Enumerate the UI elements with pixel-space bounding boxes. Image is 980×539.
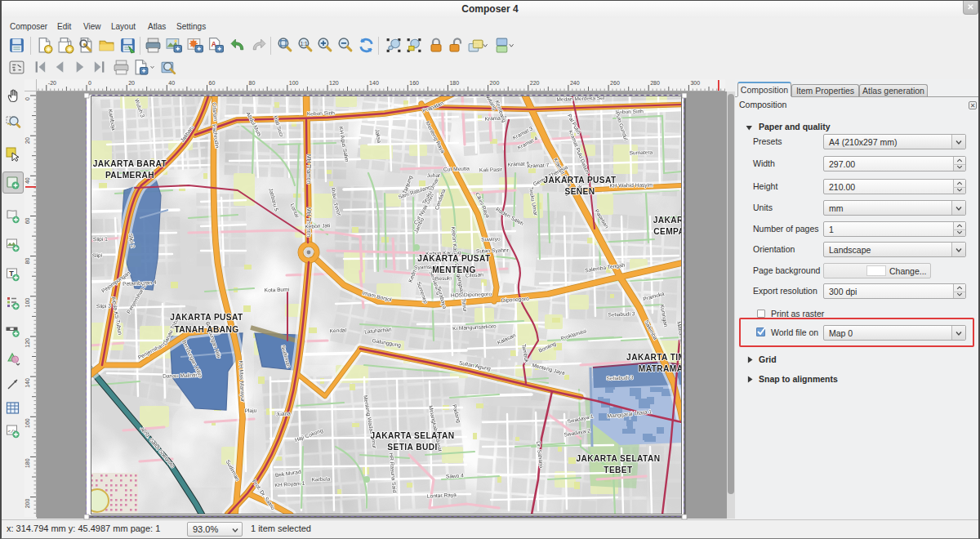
svg-text:0: 0 bbox=[24, 97, 30, 100]
svg-text:TEBET: TEBET bbox=[604, 466, 633, 474]
svg-text:JAKARTA: JAKARTA bbox=[653, 216, 682, 225]
svg-text:140: 140 bbox=[369, 80, 379, 86]
svg-text:120: 120 bbox=[24, 338, 30, 348]
svg-text:300: 300 bbox=[690, 80, 700, 86]
svg-text:160: 160 bbox=[24, 418, 30, 428]
svg-text:JAKARTA PUSAT: JAKARTA PUSAT bbox=[417, 254, 491, 263]
svg-text:60: 60 bbox=[24, 217, 30, 224]
svg-text:MH Thamrin: MH Thamrin bbox=[306, 154, 312, 184]
svg-text:280: 280 bbox=[650, 80, 660, 86]
svg-text:Setiabudi 3: Setiabudi 3 bbox=[606, 374, 634, 381]
svg-text:20: 20 bbox=[128, 80, 135, 86]
svg-text:Kendal: Kendal bbox=[329, 327, 346, 333]
svg-text:Juana: Juana bbox=[276, 411, 292, 417]
svg-text:JAKARTA SELATAN: JAKARTA SELATAN bbox=[577, 454, 661, 463]
svg-text:SENEN: SENEN bbox=[564, 187, 595, 196]
svg-text:180: 180 bbox=[449, 80, 459, 86]
svg-text:40: 40 bbox=[24, 177, 30, 184]
svg-text:JAKARTA PUSAT: JAKARTA PUSAT bbox=[543, 176, 617, 185]
svg-text:160: 160 bbox=[409, 80, 419, 86]
svg-text:JAKARTA BARAT: JAKARTA BARAT bbox=[93, 159, 167, 168]
svg-text:80: 80 bbox=[24, 258, 30, 265]
svg-text:MENTENG: MENTENG bbox=[432, 265, 476, 274]
svg-text:-20: -20 bbox=[48, 80, 56, 86]
svg-text:CEMPAKA: CEMPAKA bbox=[653, 227, 682, 236]
svg-text:MH Thamrin: MH Thamrin bbox=[306, 207, 312, 237]
svg-text:Kramat 7: Kramat 7 bbox=[527, 162, 549, 168]
svg-text:200: 200 bbox=[24, 499, 30, 509]
svg-text:40: 40 bbox=[168, 80, 175, 86]
svg-text:JAKARTA PUSAT: JAKARTA PUSAT bbox=[170, 313, 243, 322]
svg-text:Sawo 4: Sawo 4 bbox=[446, 472, 465, 479]
svg-text:MATRAMAN: MATRAMAN bbox=[639, 364, 682, 373]
svg-text:140: 140 bbox=[24, 378, 30, 388]
svg-text:Cut Meutia: Cut Meutia bbox=[443, 165, 470, 172]
svg-text:20: 20 bbox=[24, 137, 30, 144]
svg-text:TANAH ABANG: TANAH ABANG bbox=[174, 325, 238, 334]
svg-text:JAKARTA TIMUR: JAKARTA TIMUR bbox=[626, 353, 682, 362]
svg-text:Setiabudi 3: Setiabudi 3 bbox=[608, 310, 635, 317]
svg-text:260: 260 bbox=[610, 80, 620, 86]
svg-text:220: 220 bbox=[530, 80, 540, 86]
svg-text:Kebon Sirih: Kebon Sirih bbox=[307, 109, 336, 116]
svg-text:Kali Pasir: Kali Pasir bbox=[479, 166, 503, 172]
svg-text:1:1: 1:1 bbox=[301, 41, 308, 47]
svg-text:SETIA BUDI: SETIA BUDI bbox=[387, 443, 437, 452]
svg-text:JAKARTA SELATAN: JAKARTA SELATAN bbox=[371, 431, 455, 440]
svg-text:80: 80 bbox=[249, 80, 256, 86]
svg-text:Karbela: Karbela bbox=[311, 476, 330, 483]
svg-text:Besuki: Besuki bbox=[435, 274, 452, 281]
svg-text:0: 0 bbox=[88, 80, 91, 86]
svg-text:240: 240 bbox=[570, 80, 580, 86]
svg-text:Sumatera: Sumatera bbox=[630, 149, 653, 155]
svg-text:100: 100 bbox=[289, 80, 299, 86]
svg-text:PALMERAH: PALMERAH bbox=[105, 171, 154, 180]
svg-text:120: 120 bbox=[329, 80, 339, 86]
svg-text:Kota Bumi: Kota Bumi bbox=[265, 286, 290, 292]
svg-text:100: 100 bbox=[24, 298, 30, 308]
svg-text:180: 180 bbox=[24, 458, 30, 468]
svg-text:60: 60 bbox=[209, 80, 216, 86]
svg-text:200: 200 bbox=[490, 80, 500, 86]
